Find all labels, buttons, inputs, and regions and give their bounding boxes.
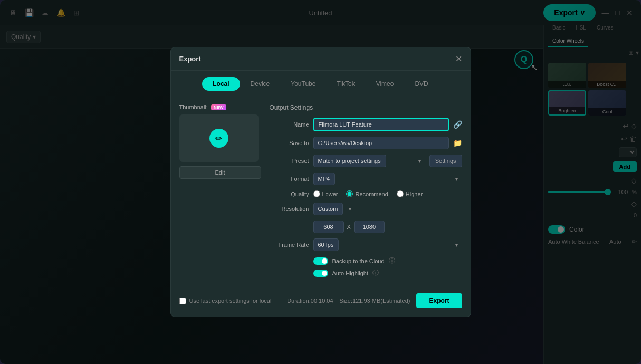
quality-lower-label[interactable]: Lower — [313, 190, 338, 197]
dialog-title: Export — [179, 55, 201, 63]
format-label: Format — [270, 176, 309, 182]
thumbnail-edit-icon: ✏ — [209, 129, 228, 148]
dialog-body: Thumbnail: NEW ✏ Edit Output Settings Na… — [171, 95, 471, 289]
quality-row: Quality Lower Recommend Higher — [270, 190, 462, 197]
app-window: 🖥 💾 ☁ 🔔 ⊞ Untitled Export ∨ — □ ✕ Qualit… — [0, 0, 641, 364]
format-select-wrapper: MP4 — [313, 173, 462, 185]
dialog-close-button[interactable]: ✕ — [455, 54, 462, 64]
output-settings: Output Settings Name 🔗 Save to 📁 Preset — [270, 104, 462, 281]
size-label: Size:121.93 MB(Estimated) — [340, 298, 410, 304]
folder-icon[interactable]: 📁 — [453, 139, 462, 147]
dialog-tab-tiktok[interactable]: TikTok — [326, 77, 365, 91]
backup-row: Backup to the Cloud ⓘ — [270, 256, 462, 265]
auto-highlight-row: Auto Highlight ⓘ — [270, 269, 462, 277]
quality-higher-radio[interactable] — [397, 190, 404, 197]
output-settings-title: Output Settings — [270, 104, 462, 111]
dialog-tab-youtube[interactable]: YouTube — [280, 77, 326, 91]
thumbnail-section: Thumbnail: NEW ✏ Edit — [179, 104, 261, 281]
res-x-separator: X — [347, 224, 351, 230]
preset-row: Preset Match to project settings Setting… — [270, 155, 462, 167]
dialog-footer: Use last export settings for local Durat… — [171, 289, 471, 308]
use-last-settings-checkbox[interactable] — [179, 298, 186, 304]
auto-highlight-label: Auto Highlight — [332, 270, 369, 276]
format-select[interactable]: MP4 — [313, 173, 335, 185]
save-to-label: Save to — [270, 140, 309, 146]
name-input[interactable] — [313, 118, 449, 131]
duration-label: Duration:00:10:04 — [287, 298, 333, 304]
quality-radios: Lower Recommend Higher — [313, 190, 423, 197]
resolution-row: Resolution Custom — [270, 203, 462, 215]
frame-rate-select[interactable]: 60 fps — [313, 238, 339, 251]
frame-rate-row: Frame Rate 60 fps — [270, 238, 462, 251]
res-inputs: X — [313, 221, 385, 233]
dialog-tab-vimeo[interactable]: Vimeo — [366, 77, 405, 91]
resolution-select-wrapper: Custom — [313, 203, 356, 215]
backup-info-icon[interactable]: ⓘ — [389, 256, 395, 265]
dialog-tab-device[interactable]: Device — [240, 77, 281, 91]
name-label: Name — [270, 121, 309, 128]
auto-highlight-toggle[interactable] — [313, 270, 328, 277]
rename-icon[interactable]: 🔗 — [453, 120, 462, 129]
backup-label: Backup to the Cloud — [332, 258, 385, 264]
new-badge: NEW — [211, 104, 226, 110]
dialog-tab-dvd[interactable]: DVD — [404, 77, 438, 91]
resolution-label: Resolution — [270, 206, 309, 212]
height-input[interactable] — [354, 221, 385, 233]
name-row: Name 🔗 — [270, 118, 462, 131]
backup-toggle[interactable] — [313, 257, 328, 265]
quality-lower-radio[interactable] — [313, 190, 320, 197]
dialog-tab-local[interactable]: Local — [202, 77, 240, 91]
dialog-tabs: Local Device YouTube TikTok Vimeo DVD — [171, 71, 471, 95]
format-row: Format MP4 — [270, 173, 462, 185]
settings-button[interactable]: Settings — [429, 155, 462, 167]
export-action-button[interactable]: Export — [416, 293, 462, 308]
frame-rate-label: Frame Rate — [270, 242, 309, 248]
edit-thumbnail-button[interactable]: Edit — [179, 166, 261, 179]
preset-select-wrapper: Match to project settings — [313, 155, 425, 167]
auto-highlight-info-icon[interactable]: ⓘ — [372, 269, 379, 277]
use-last-settings-label[interactable]: Use last export settings for local — [179, 298, 272, 304]
quality-recommend-radio[interactable] — [346, 190, 353, 197]
thumbnail-box: ✏ — [179, 114, 259, 162]
save-to-row: Save to 📁 — [270, 137, 462, 149]
footer-right: Duration:00:10:04 Size:121.93 MB(Estimat… — [287, 293, 462, 308]
save-to-input[interactable] — [313, 137, 449, 149]
preset-select[interactable]: Match to project settings — [313, 155, 386, 167]
resolution-select[interactable]: Custom — [313, 203, 343, 215]
preset-label: Preset — [270, 158, 309, 164]
width-input[interactable] — [313, 221, 344, 233]
quality-recommend-label[interactable]: Recommend — [346, 190, 388, 197]
export-dialog: Export ✕ Local Device YouTube TikTok Vim… — [170, 47, 471, 317]
frame-rate-select-wrapper: 60 fps — [313, 238, 462, 251]
thumbnail-label: Thumbnail: NEW — [179, 104, 261, 110]
dialog-header: Export ✕ — [171, 47, 471, 71]
quality-form-label: Quality — [270, 191, 309, 197]
res-dimensions-row: X — [270, 221, 462, 233]
quality-higher-label[interactable]: Higher — [397, 190, 423, 197]
